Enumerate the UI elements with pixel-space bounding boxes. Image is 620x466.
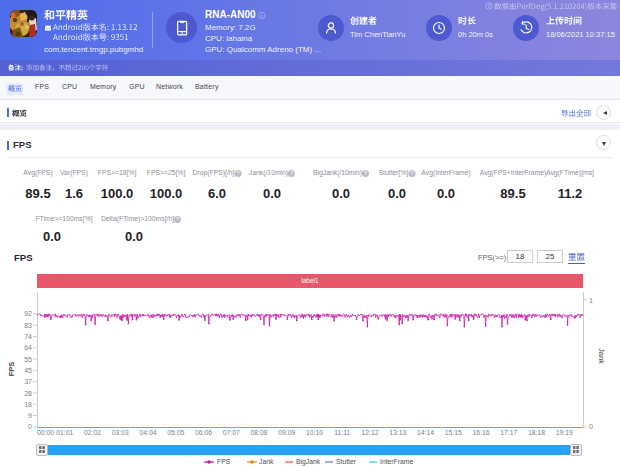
svg-text:1: 1 [589,297,593,304]
svg-text:00:00: 00:00 [37,429,54,436]
svg-text:16:16: 16:16 [472,429,489,436]
svg-text:05:05: 05:05 [167,429,184,436]
svg-text:83: 83 [24,322,32,329]
svg-text:06:06: 06:06 [195,429,212,436]
svg-text:19:19: 19:19 [556,429,573,436]
svg-text:45: 45 [24,367,32,374]
svg-text:18: 18 [24,401,32,408]
svg-text:28: 28 [24,390,32,397]
svg-text:18:18: 18:18 [528,429,545,436]
svg-text:01:01: 01:01 [56,429,73,436]
svg-text:14:14: 14:14 [417,429,434,436]
svg-text:55: 55 [24,356,32,363]
svg-text:BigJank: BigJank [296,458,321,466]
svg-text:09:09: 09:09 [278,429,295,436]
svg-text:FPS: FPS [7,362,16,377]
svg-text:12:12: 12:12 [361,429,378,436]
svg-text:92: 92 [24,310,32,317]
svg-text:03:03: 03:03 [112,429,129,436]
svg-text:11:11: 11:11 [334,429,350,436]
svg-text:15:15: 15:15 [445,429,462,436]
svg-text:08:08: 08:08 [250,429,267,436]
svg-text:13:13: 13:13 [389,429,406,436]
svg-text:37: 37 [24,378,32,385]
svg-text:InterFrame: InterFrame [380,458,413,465]
svg-text:07:07: 07:07 [223,429,240,436]
svg-text:9: 9 [28,412,32,419]
svg-text:64: 64 [24,344,32,351]
svg-text:Jank: Jank [597,348,606,364]
svg-text:FPS: FPS [217,458,231,465]
svg-text:10:10: 10:10 [306,429,323,436]
svg-text:Jank: Jank [259,458,274,465]
svg-text:74: 74 [24,333,32,340]
svg-text:0: 0 [28,423,32,430]
svg-text:02:02: 02:02 [84,429,101,436]
svg-text:0: 0 [589,423,593,430]
svg-text:17:17: 17:17 [500,429,517,436]
svg-text:Stutter: Stutter [336,458,357,465]
svg-text:04:04: 04:04 [139,429,156,436]
